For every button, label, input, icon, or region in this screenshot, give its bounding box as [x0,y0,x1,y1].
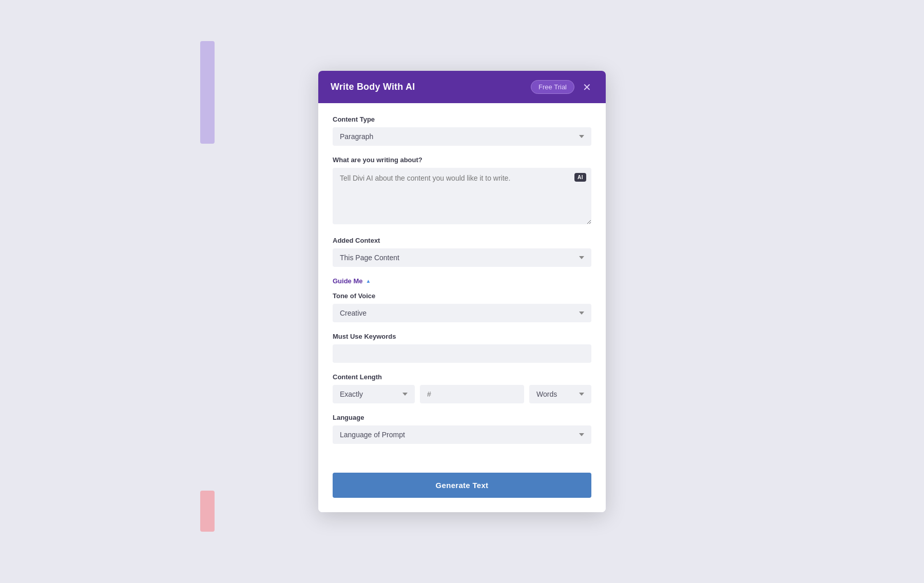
textarea-wrapper: AI [333,168,591,226]
content-length-words-select[interactable]: Words Sentences Paragraphs [529,385,591,403]
guide-me-arrow-icon: ▲ [366,278,371,284]
bg-purple-decoration [200,41,215,144]
content-length-row: Exactly At Least At Most Approximately W… [333,385,591,403]
modal-header: Write Body With AI Free Trial ✕ [318,71,606,103]
free-trial-badge[interactable]: Free Trial [531,80,574,94]
modal-footer: Generate Text [318,464,606,512]
content-length-number-input[interactable] [420,385,524,403]
writing-about-textarea[interactable] [333,168,591,224]
added-context-select[interactable]: This Page Content None Custom [333,248,591,267]
tone-of-voice-select[interactable]: Creative Professional Casual Formal Humo… [333,304,591,322]
added-context-section: Added Context This Page Content None Cus… [333,237,591,267]
guide-me-link[interactable]: Guide Me [333,277,363,285]
writing-about-section: What are you writing about? AI [333,156,591,226]
language-section: Language Language of Prompt English Span… [333,414,591,444]
modal-title: Write Body With AI [331,82,415,92]
content-length-label: Content Length [333,373,591,381]
content-type-select[interactable]: Paragraph List Quote FAQ [333,127,591,146]
ai-badge: AI [574,173,586,182]
tone-of-voice-label: Tone of Voice [333,292,591,300]
close-button[interactable]: ✕ [581,81,593,93]
bg-pink-decoration [200,491,215,532]
content-length-exactly-select[interactable]: Exactly At Least At Most Approximately [333,385,415,403]
language-select[interactable]: Language of Prompt English Spanish Frenc… [333,425,591,444]
guide-me-row: Guide Me ▲ [333,277,591,285]
writing-about-label: What are you writing about? [333,156,591,164]
keywords-input[interactable] [333,344,591,363]
added-context-label: Added Context [333,237,591,244]
header-actions: Free Trial ✕ [531,80,593,94]
keywords-label: Must Use Keywords [333,333,591,340]
keywords-section: Must Use Keywords [333,333,591,363]
write-body-modal: Write Body With AI Free Trial ✕ Content … [318,71,606,512]
language-label: Language [333,414,591,421]
modal-body: Content Type Paragraph List Quote FAQ Wh… [318,103,606,464]
generate-text-button[interactable]: Generate Text [333,473,591,498]
content-type-section: Content Type Paragraph List Quote FAQ [333,115,591,146]
content-type-label: Content Type [333,115,591,123]
content-length-section: Content Length Exactly At Least At Most … [333,373,591,403]
tone-of-voice-section: Tone of Voice Creative Professional Casu… [333,292,591,322]
